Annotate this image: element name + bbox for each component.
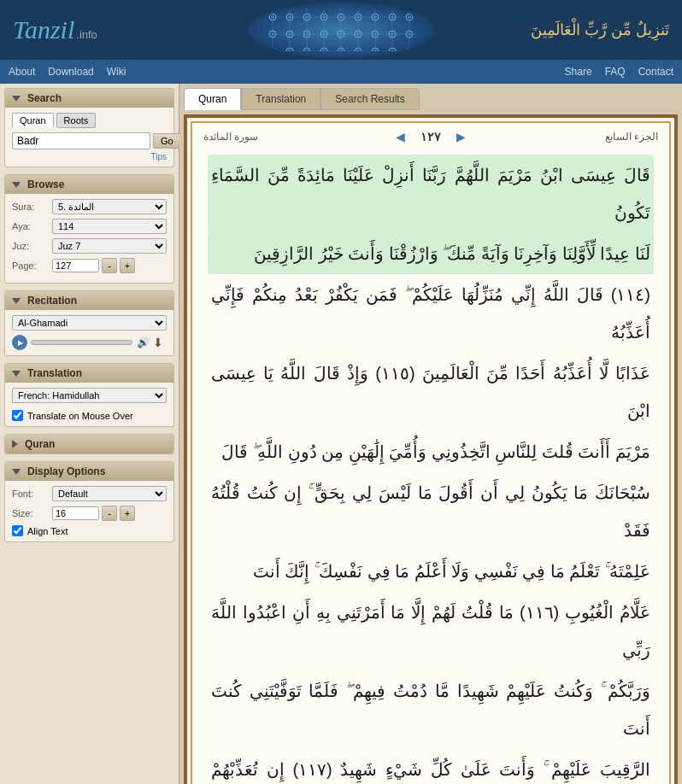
logo: Tanzil .info <box>13 15 97 44</box>
sura-row: Sura: 5. المائدة <box>12 199 167 214</box>
nav-right: Share FAQ Contact <box>565 66 673 78</box>
search-body: Quran Roots Go Tips <box>5 108 173 167</box>
nav-share[interactable]: Share <box>565 66 592 78</box>
page-next-button[interactable]: + <box>120 258 135 273</box>
quran-label: Quran <box>25 438 55 450</box>
reciter-select[interactable]: Al-Ghamadi <box>12 315 167 331</box>
tab-roots[interactable]: Roots <box>56 113 97 128</box>
nav-bar: About Download Wiki Share FAQ Contact <box>0 60 682 84</box>
header: Tanzil .info تَ <box>0 0 682 60</box>
verse-row-4: عَذَابًا لَّا أُعَذِّبُهُ أَحَدًا مِّنَ … <box>208 353 654 431</box>
verse-row-1: قَالَ عِيسَى ابْنُ مَرْيَمَ اللَّهُمَّ ر… <box>208 155 654 233</box>
header-arabic: تَنزِيلٌ مِّن رَّبِّ الْعَالَمِينَ <box>531 20 669 39</box>
nav-wiki[interactable]: Wiki <box>107 66 126 78</box>
verse-row-10: الرَّقِيبَ عَلَيْهِمْ ۚ وَأَنتَ عَلَىٰ ك… <box>208 749 654 784</box>
display-options-body: Font: Default Size: - + Align Text <box>5 481 173 541</box>
juz-row: Juz: Juz 7 <box>12 238 167 254</box>
translation-body: French: Hamidullah Translate on Mouse Ov… <box>5 383 173 426</box>
nav-left: About Download Wiki <box>9 66 126 78</box>
translation-section: Translation French: Hamidullah Translate… <box>4 363 174 427</box>
svg-rect-4 <box>264 9 418 51</box>
tabs: Quran Translation Search Results <box>184 88 678 110</box>
browse-header[interactable]: Browse <box>5 175 173 194</box>
juz-label: الجزء السابع <box>605 131 658 143</box>
translation-collapse-icon <box>12 371 21 377</box>
tab-quran[interactable]: Quran <box>12 113 54 128</box>
verse-row-5: مَرْيَمَ أَأَنتَ قُلتَ لِلنَّاسِ اتَّخِذ… <box>208 431 654 472</box>
quran-page-inner: الجزء السابع ◀ ١٢٧ ▶ سورة المائدة قَالَ … <box>191 121 671 784</box>
quran-text: قَالَ عِيسَى ابْنُ مَرْيَمَ اللَّهُمَّ ر… <box>199 150 662 784</box>
search-section: Search Quran Roots Go Tips <box>4 88 174 167</box>
verse-row-6: سُبْحَانَكَ مَا يَكُونُ لِي أَن أَقُولَ … <box>208 472 654 551</box>
juz-select[interactable]: Juz 7 <box>52 238 167 254</box>
search-collapse-icon <box>12 96 21 102</box>
main-layout: Search Quran Roots Go Tips Browse <box>0 84 682 784</box>
size-decrease-button[interactable]: - <box>102 506 117 521</box>
display-options-header[interactable]: Display Options <box>5 462 173 481</box>
font-row: Font: Default <box>12 486 167 501</box>
font-select[interactable]: Default <box>52 486 167 501</box>
page-input[interactable] <box>52 259 99 272</box>
surah-name-top: سورة المائدة <box>203 131 258 143</box>
tab-quran[interactable]: Quran <box>184 88 241 110</box>
search-go-button[interactable]: Go <box>153 133 181 149</box>
display-options-section: Display Options Font: Default Size: - + <box>4 461 174 542</box>
display-options-label: Display Options <box>27 465 105 477</box>
browse-body: Sura: 5. المائدة Aya: 114 Juz: Juz 7 <box>5 194 173 283</box>
translation-header[interactable]: Translation <box>5 364 173 383</box>
verse-row-9: وَرَبَّكُمْ ۚ وَكُنتُ عَلَيْهِمْ شَهِيدً… <box>208 670 654 749</box>
sidebar: Search Quran Roots Go Tips Browse <box>0 84 179 784</box>
recitation-label: Recitation <box>27 295 77 307</box>
recitation-collapse-icon <box>12 298 21 304</box>
size-nav: - + <box>52 506 135 521</box>
size-row: Size: - + <box>12 506 167 521</box>
size-input[interactable] <box>52 506 99 520</box>
tips-link[interactable]: Tips <box>12 152 167 161</box>
search-header[interactable]: Search <box>5 89 173 108</box>
browse-collapse-icon <box>12 182 21 188</box>
quran-header[interactable]: Quran <box>5 435 173 453</box>
page-prev-button[interactable]: - <box>102 258 117 273</box>
sura-label: Sura: <box>12 202 48 212</box>
recitation-body: Al-Ghamadi ▶ 🔊 ⬇ <box>5 310 173 355</box>
page-number-top: ١٢٧ <box>412 130 450 143</box>
nav-download[interactable]: Download <box>48 66 93 78</box>
play-button[interactable]: ▶ <box>12 335 27 350</box>
quran-expand-icon <box>12 440 18 448</box>
next-page-button[interactable]: ▶ <box>450 130 473 143</box>
page-row: Page: - + <box>12 258 167 273</box>
size-increase-button[interactable]: + <box>120 506 135 521</box>
page-top-nav: الجزء السابع ◀ ١٢٧ ▶ سورة المائدة <box>199 130 662 143</box>
content-area: Quran Translation Search Results الجزء ا… <box>179 84 682 784</box>
search-label: Search <box>27 92 62 104</box>
verse-row-3: (١١٤) قَالَ اللَّهُ إِنِّي مُنَزِّلُهَا … <box>208 274 654 353</box>
nav-faq[interactable]: FAQ <box>605 66 626 78</box>
browse-section: Browse Sura: 5. المائدة Aya: 114 Juz: <box>4 174 174 284</box>
translate-mouseover-row: Translate on Mouse Over <box>12 410 167 421</box>
align-text-label: Align Text <box>27 526 68 536</box>
search-input[interactable] <box>12 132 150 149</box>
translation-label: Translation <box>27 367 82 379</box>
audio-progress-bar[interactable] <box>31 340 132 345</box>
nav-contact[interactable]: Contact <box>638 66 673 78</box>
tab-translation[interactable]: Translation <box>241 88 320 110</box>
aya-label: Aya: <box>12 221 48 231</box>
font-label: Font: <box>12 489 48 499</box>
recitation-header[interactable]: Recitation <box>5 291 173 310</box>
nav-about[interactable]: About <box>9 66 35 78</box>
align-text-checkbox[interactable] <box>12 525 23 536</box>
tab-search-results[interactable]: Search Results <box>320 88 419 110</box>
quran-page-outer: الجزء السابع ◀ ١٢٧ ▶ سورة المائدة قَالَ … <box>184 114 678 784</box>
save-audio-icon[interactable]: ⬇ <box>153 336 167 349</box>
translate-mouseover-checkbox[interactable] <box>12 410 23 421</box>
recitation-section: Recitation Al-Ghamadi ▶ 🔊 ⬇ <box>4 290 174 356</box>
volume-icon[interactable]: 🔊 <box>136 336 150 349</box>
prev-page-button[interactable]: ◀ <box>389 130 412 143</box>
display-collapse-icon <box>12 469 21 475</box>
aya-select[interactable]: 114 <box>52 219 167 234</box>
page-nav: - + <box>52 258 135 273</box>
sura-select[interactable]: 5. المائدة <box>52 199 167 214</box>
page-label: Page: <box>12 260 48 271</box>
translation-select[interactable]: French: Hamidullah <box>12 388 167 403</box>
verse-row-2: لَنَا عِيدًا لِّأَوَّلِنَا وَآخِرِنَا وَ… <box>208 233 654 274</box>
